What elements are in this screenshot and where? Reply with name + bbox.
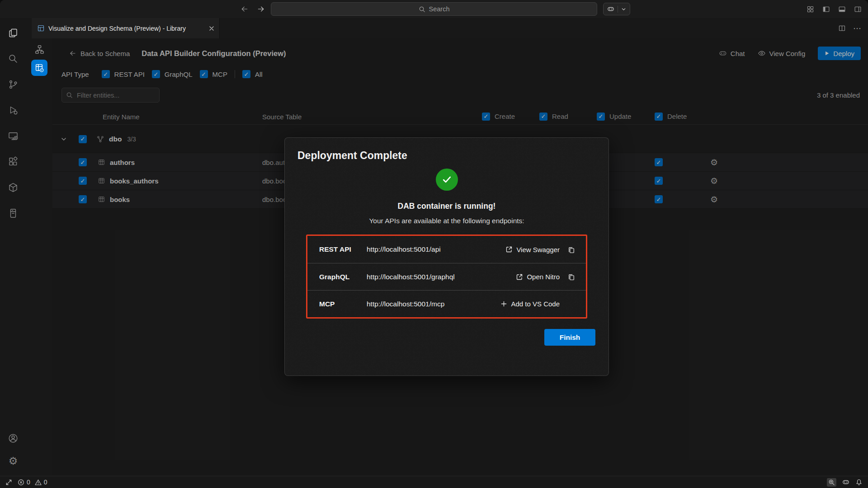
- activity-bar-bottom: ⚙: [0, 427, 26, 472]
- title-bar: Search: [0, 0, 868, 18]
- endpoints-box: REST API http://localhost:5001/api View …: [306, 235, 587, 319]
- command-center-search[interactable]: Search: [271, 2, 597, 16]
- zoom-in-icon: [828, 479, 835, 486]
- activity-item-source-control[interactable]: [0, 71, 26, 97]
- endpoint-row: GraphQL http://localhost:5001/graphql Op…: [307, 263, 586, 290]
- layout-controls: [807, 0, 862, 18]
- container-cube-icon: [8, 182, 19, 193]
- database-icon: [8, 208, 19, 219]
- endpoint-label: REST API: [319, 245, 367, 253]
- customize-layout-button[interactable]: [807, 5, 814, 13]
- toggle-panel-button[interactable]: [838, 5, 846, 13]
- more-actions-icon[interactable]: ⋯: [853, 24, 862, 33]
- run-debug-icon: [8, 105, 19, 116]
- source-control-icon: [8, 79, 19, 90]
- dialog-title: Deployment Complete: [297, 150, 596, 162]
- back-arrow-icon: [241, 5, 249, 13]
- layout-grid-icon: [807, 5, 814, 13]
- forward-button[interactable]: [257, 5, 265, 13]
- vscode-window: Search: [0, 0, 868, 488]
- split-editor-icon[interactable]: [838, 24, 846, 32]
- activity-item-search[interactable]: [0, 46, 26, 71]
- editor-actions: ⋯: [838, 18, 862, 38]
- forward-arrow-icon: [257, 5, 265, 13]
- remote-indicator-icon[interactable]: [5, 479, 12, 486]
- zoom-indicator[interactable]: [827, 478, 836, 487]
- error-icon: [18, 479, 24, 486]
- activity-item-settings[interactable]: ⚙: [0, 450, 26, 472]
- status-bar: 0 0: [0, 476, 868, 488]
- dialog-footer: Finish: [298, 329, 595, 346]
- warning-count: 0: [44, 479, 47, 486]
- deployment-complete-dialog: Deployment Complete DAB container is run…: [284, 137, 609, 376]
- search-placeholder: Search: [429, 5, 450, 13]
- gear-icon: ⚙: [9, 456, 18, 466]
- status-message: DAB container is running!: [297, 202, 596, 211]
- divider: [618, 6, 618, 13]
- explorer-icon: [8, 28, 19, 38]
- extensions-icon: [8, 156, 19, 167]
- external-link-icon: [516, 273, 523, 281]
- activity-item-run-debug[interactable]: [0, 97, 26, 123]
- search-icon: [8, 53, 19, 64]
- view-swagger-button[interactable]: View Swagger: [505, 246, 560, 253]
- add-to-vscode-button[interactable]: Add to VS Code: [500, 300, 560, 308]
- sidebar-item-schema-designer[interactable]: [31, 42, 47, 56]
- finish-button[interactable]: Finish: [544, 329, 595, 346]
- back-button[interactable]: [241, 5, 249, 13]
- extension-side-panel: [26, 38, 52, 476]
- copilot-icon: [607, 5, 614, 13]
- toggle-sidebar-button[interactable]: [822, 5, 830, 13]
- sidebar-item-dab-config[interactable]: [31, 60, 47, 76]
- tab-strip: Visualize and Design Schema (Preview) - …: [26, 18, 868, 38]
- remote-explorer-icon: [8, 131, 19, 141]
- plus-icon: [500, 300, 507, 307]
- success-check-icon: [436, 169, 458, 191]
- dab-config-icon: [35, 63, 44, 73]
- notifications-bell-icon[interactable]: [855, 479, 863, 486]
- dab-configuration-view: Back to Schema Data API Builder Configur…: [52, 38, 868, 476]
- endpoint-url: http://localhost:5001/api: [367, 245, 505, 253]
- panel-left-icon: [822, 5, 830, 13]
- endpoint-label: GraphQL: [319, 273, 367, 281]
- open-nitro-button[interactable]: Open Nitro: [516, 273, 560, 281]
- tab-label: Visualize and Design Schema (Preview) - …: [48, 25, 205, 32]
- tab-visualize-design-schema[interactable]: Visualize and Design Schema (Preview) - …: [32, 18, 220, 38]
- activity-item-database[interactable]: [0, 200, 26, 226]
- copy-icon[interactable]: [567, 273, 575, 281]
- external-link-icon: [505, 246, 513, 253]
- endpoint-url: http://localhost:5001/graphql: [367, 273, 516, 281]
- endpoint-label: MCP: [319, 300, 367, 308]
- endpoint-row: MCP http://localhost:5001/mcp Add to VS …: [307, 290, 586, 317]
- copy-icon[interactable]: [567, 246, 575, 253]
- activity-item-account[interactable]: [0, 427, 26, 450]
- error-count: 0: [27, 479, 30, 486]
- account-icon: [8, 433, 19, 444]
- problems-indicator[interactable]: 0 0: [18, 479, 47, 486]
- activity-item-extensions[interactable]: [0, 149, 26, 174]
- activity-item-remote-explorer[interactable]: [0, 123, 26, 149]
- panel-bottom-icon: [838, 5, 846, 13]
- history-navigation: [241, 5, 265, 13]
- tab-icon: [37, 24, 45, 32]
- activity-item-containers[interactable]: [0, 174, 26, 200]
- toggle-secondary-sidebar-button[interactable]: [854, 5, 862, 13]
- status-subtitle: Your APIs are available at the following…: [297, 217, 596, 225]
- close-icon[interactable]: [208, 25, 215, 32]
- warning-icon: [35, 479, 42, 486]
- copilot-status-icon[interactable]: [842, 479, 849, 486]
- schema-designer-icon: [34, 44, 45, 55]
- endpoint-row: REST API http://localhost:5001/api View …: [307, 236, 586, 263]
- search-icon: [419, 6, 425, 13]
- activity-bar: ⚙: [0, 18, 26, 476]
- endpoint-url: http://localhost:5001/mcp: [367, 300, 500, 308]
- copilot-menu-button[interactable]: [603, 3, 630, 15]
- panel-right-icon: [854, 5, 862, 13]
- chevron-down-icon: [621, 7, 626, 12]
- activity-item-explorer[interactable]: [0, 20, 26, 46]
